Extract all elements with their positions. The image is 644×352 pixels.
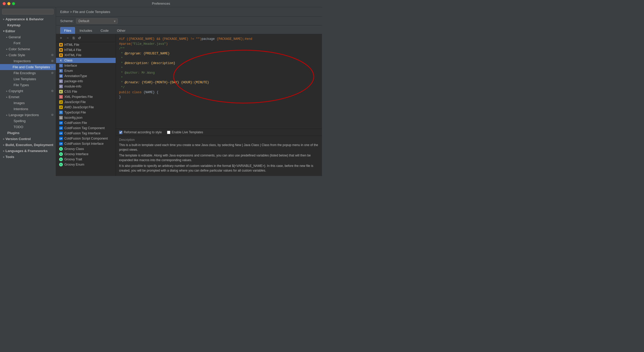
sidebar-item-filetypes[interactable]: File Types — [0, 82, 56, 88]
file-list-toolbar: ＋ － ⎘ ↺ — [56, 34, 116, 42]
tab-files[interactable]: Files — [60, 27, 75, 34]
file-item-label: ColdFusion File — [64, 121, 87, 125]
gear-badge-icon: ⚙ — [51, 71, 54, 75]
sidebar-item-colorscheme[interactable]: ▸Color Scheme — [0, 46, 56, 52]
file-item-class[interactable]: CClass — [56, 58, 116, 63]
file-item-cfscript[interactable]: CFColdFusion Script Component — [56, 136, 116, 141]
file-item-xhtml[interactable]: XXHTML File — [56, 53, 116, 58]
sidebar-item-label: Languages & Frameworks — [5, 149, 48, 153]
checkboxes-row: Reformat according to style Enable Live … — [116, 129, 322, 136]
file-item-html4[interactable]: HHTML4 File — [56, 47, 116, 53]
sidebar-item-livetemplates[interactable]: Live Templates — [0, 76, 56, 82]
file-item-groovytrait[interactable]: GGroovy Trait — [56, 157, 116, 162]
sidebar-item-todo[interactable]: TODO — [0, 124, 56, 130]
file-item-groovyenum[interactable]: GGroovy Enum — [56, 162, 116, 167]
file-item-interface[interactable]: IInterface — [56, 63, 116, 68]
code-line: * @author: Mr.Wang — [119, 71, 319, 76]
add-template-button[interactable]: ＋ — [58, 35, 64, 41]
scheme-select-wrapper[interactable]: DefaultProject — [76, 18, 118, 24]
sidebar-item-label: Build, Execution, Deployment — [5, 143, 53, 147]
sidebar-item-languageinjections[interactable]: ▸Language Injections⚙ — [0, 112, 56, 118]
sidebar-item-images[interactable]: Images — [0, 100, 56, 106]
arrow-icon: ▸ — [6, 36, 8, 39]
sidebar-item-fileandcodetemplates[interactable]: File and Code Templates⚙ — [0, 64, 56, 70]
file-item-groovyinterface[interactable]: GGroovy Interface — [56, 152, 116, 157]
sidebar-item-fileencodings[interactable]: File Encodings⚙ — [0, 70, 56, 76]
close-button[interactable] — [3, 2, 6, 5]
sidebar-item-label: Live Templates — [14, 77, 36, 81]
sidebar-item-languages[interactable]: ▸Languages & Frameworks — [0, 148, 56, 154]
title-bar: Preferences — [0, 0, 322, 7]
file-item-label: Groovy Class — [64, 147, 84, 151]
reformat-checkbox[interactable] — [119, 131, 122, 134]
tab-code[interactable]: Code — [97, 27, 113, 34]
file-list: ＋ － ⎘ ↺ HHTML FileHHTML4 FileXXHTML File… — [56, 34, 116, 176]
file-icon: CF — [59, 131, 63, 135]
file-item-tsconfig[interactable]: {}tsconfig.json — [56, 115, 116, 120]
file-item-label: CSS File — [64, 90, 77, 93]
file-item-moduleinfo[interactable]: Pmodule-info — [56, 84, 116, 89]
code-line: * — [119, 56, 319, 61]
file-item-amdjs[interactable]: JAMD JavaScript File — [56, 105, 116, 110]
gear-badge-icon: ⚙ — [51, 53, 54, 57]
file-item-html[interactable]: HHTML File — [56, 42, 116, 47]
sidebar-item-plugins[interactable]: Plugins — [0, 130, 56, 136]
file-item-packageinfo[interactable]: Ppackage-info — [56, 79, 116, 84]
sidebar-item-general[interactable]: ▸General — [0, 34, 56, 40]
minimize-button[interactable] — [7, 2, 10, 5]
file-icon: @ — [59, 74, 63, 78]
sidebar-item-label: Intentions — [14, 107, 28, 111]
code-line: * @program: {PROJECT_NAME} — [119, 51, 319, 56]
tab-other[interactable]: Other — [113, 27, 129, 34]
file-item-cftaginterface[interactable]: CFColdFusion Tag Interface — [56, 131, 116, 136]
sidebar-item-versioncontrol[interactable]: ▸Version Control — [0, 136, 56, 142]
file-item-groovyclass[interactable]: GGroovy Class — [56, 146, 116, 152]
file-item-jsfile[interactable]: JJavaScript File — [56, 99, 116, 105]
file-item-label: XML Properties File — [64, 95, 93, 99]
reset-template-button[interactable]: ↺ — [77, 35, 82, 41]
sidebar-item-emmet[interactable]: ▸Emmet — [0, 94, 56, 100]
file-icon: C — [59, 90, 63, 93]
reformat-checkbox-label[interactable]: Reformat according to style — [119, 130, 162, 134]
file-item-tsfile[interactable]: TTypeScript File — [56, 110, 116, 115]
file-icon: CF — [59, 126, 63, 130]
file-item-annotationtype[interactable]: @AnnotationType — [56, 73, 116, 79]
livetemplates-checkbox[interactable] — [167, 131, 170, 134]
sidebar-item-intentions[interactable]: Intentions — [0, 106, 56, 112]
sidebar-item-font[interactable]: Font — [0, 40, 56, 46]
file-item-label: HTML4 File — [64, 48, 81, 52]
tab-includes[interactable]: Includes — [76, 27, 96, 34]
sidebar-item-appearance[interactable]: ▸Appearance & Behavior — [0, 16, 56, 22]
scheme-select[interactable]: DefaultProject — [76, 18, 118, 24]
sidebar-item-build[interactable]: ▸Build, Execution, Deployment — [0, 142, 56, 148]
copy-template-button[interactable]: ⎘ — [72, 35, 76, 41]
sidebar-item-tools[interactable]: ▸Tools — [0, 154, 56, 160]
maximize-button[interactable] — [12, 2, 15, 5]
sidebar-item-copyright[interactable]: ▸Copyright⚙ — [0, 88, 56, 94]
sidebar-item-keymap[interactable]: Keymap — [0, 22, 56, 28]
sidebar-item-codestyle[interactable]: ▸Code Style⚙ — [0, 52, 56, 58]
sidebar-item-inspections[interactable]: Inspections⚙ — [0, 58, 56, 64]
file-item-cfscriptinterface[interactable]: CFColdFusion Script Interface — [56, 141, 116, 146]
file-icon: CF — [59, 137, 63, 140]
file-icon: CF — [59, 121, 63, 125]
sidebar-item-editor[interactable]: ▾Editor — [0, 28, 56, 34]
sidebar-item-label: Appearance & Behavior — [5, 17, 44, 21]
file-item-enum[interactable]: EEnum — [56, 68, 116, 73]
arrow-icon: ▸ — [6, 96, 8, 98]
file-icon: H — [59, 43, 63, 47]
file-item-label: Groovy Trait — [64, 158, 82, 161]
search-input[interactable] — [2, 9, 54, 15]
remove-template-button[interactable]: － — [65, 35, 71, 41]
file-item-label: package-info — [64, 79, 83, 83]
file-item-cssfile[interactable]: CCSS File — [56, 89, 116, 94]
window-controls[interactable] — [3, 2, 15, 5]
arrow-icon: ▸ — [3, 155, 4, 158]
file-item-xmlproperties[interactable]: XXML Properties File — [56, 94, 116, 99]
livetemplates-checkbox-label[interactable]: Enable Live Templates — [167, 130, 203, 134]
file-item-label: AnnotationType — [64, 74, 87, 78]
code-editor[interactable]: #if ({PACKAGE_NAME} && {PACKAGE_NAME} !=… — [116, 34, 322, 129]
file-item-cftag[interactable]: CFColdFusion Tag Component — [56, 125, 116, 131]
file-item-coldfusion[interactable]: CFColdFusion File — [56, 120, 116, 125]
sidebar-item-spelling[interactable]: Spelling — [0, 118, 56, 124]
